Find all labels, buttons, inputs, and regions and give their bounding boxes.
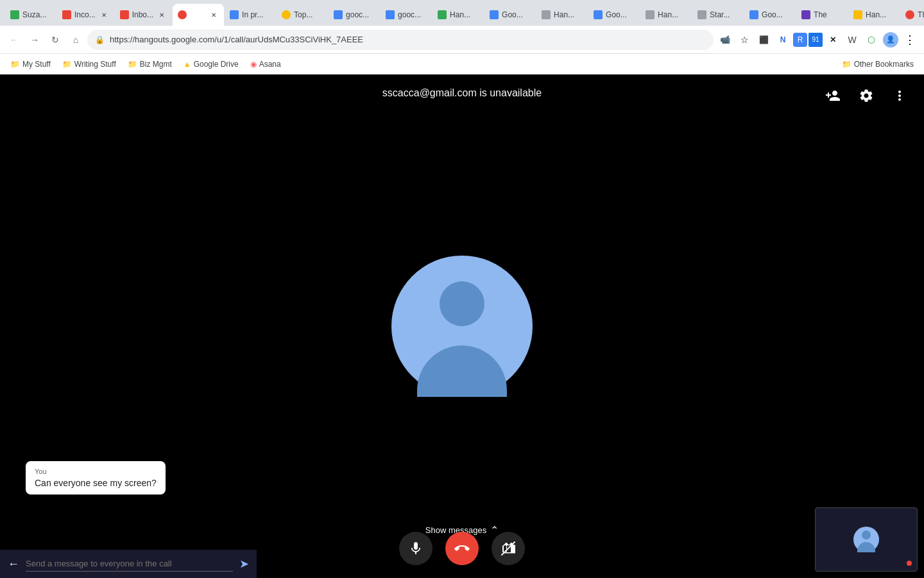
- extension-icon-x[interactable]: ✕: [824, 31, 842, 49]
- bookmark-my-stuff[interactable]: 📁 My Stuff: [5, 57, 56, 71]
- tab-suza-label: Suza...: [22, 10, 51, 19]
- drive-icon: ▲: [184, 60, 191, 69]
- tab-the1[interactable]: The: [796, 4, 848, 26]
- url-bar[interactable]: 🔒 https://hangouts.google.com/u/1/call/a…: [87, 30, 714, 50]
- tab-inpr-label: In pr...: [242, 10, 271, 19]
- other-bookmarks[interactable]: 📁 Other Bookmarks: [837, 57, 919, 71]
- chat-message-text: Can everyone see my screen?: [35, 478, 157, 488]
- end-call-button[interactable]: [445, 532, 479, 565]
- tab-star[interactable]: Star...: [692, 4, 744, 26]
- bookmarks-bar: 📁 My Stuff 📁 Writing Stuff 📁 Biz Mgmt ▲ …: [0, 54, 924, 74]
- tab-hang1-favicon: [438, 10, 447, 19]
- self-video-preview: [815, 507, 918, 572]
- bookmark-my-stuff-label: My Stuff: [22, 60, 51, 69]
- bookmarks-right: 📁 Other Bookmarks: [837, 57, 919, 71]
- profile-button[interactable]: 👤: [882, 31, 900, 49]
- tab-inbox2-favicon: [120, 10, 129, 19]
- tab-inpr[interactable]: In pr...: [225, 4, 276, 26]
- tab-inbox1[interactable]: Inco... ✕: [57, 4, 114, 26]
- tab-inbox2[interactable]: Inbo... ✕: [115, 4, 172, 26]
- tab-gooc1[interactable]: gooc...: [329, 4, 380, 26]
- lock-icon: 🔒: [95, 35, 105, 44]
- bookmark-writing-stuff[interactable]: 📁 Writing Stuff: [57, 57, 121, 71]
- message-back-button[interactable]: ←: [8, 557, 19, 571]
- extension-icon-r[interactable]: R: [793, 33, 807, 47]
- tab-hang2-label: Han...: [554, 10, 583, 19]
- extension-icon-w[interactable]: W: [843, 31, 861, 49]
- tab-hang3-label: Han...: [658, 10, 687, 19]
- call-controls: [399, 532, 525, 565]
- tab-woo[interactable]: Goo...: [744, 4, 796, 26]
- tab-hang1[interactable]: Han...: [432, 4, 484, 26]
- menu-button[interactable]: ⋮: [901, 31, 919, 49]
- chat-sender: You: [35, 468, 157, 475]
- home-button[interactable]: ⌂: [67, 31, 85, 49]
- tab-star-favicon: [697, 10, 706, 19]
- tab-the2[interactable]: The: [900, 4, 924, 26]
- folder-icon-biz: 📁: [128, 60, 137, 69]
- bookmark-asana[interactable]: ◉ Asana: [245, 57, 286, 71]
- bookmark-biz-label: Biz Mgmt: [140, 60, 172, 69]
- profile-avatar: 👤: [883, 32, 898, 48]
- tab-han4-label: Han...: [866, 10, 894, 19]
- forward-button[interactable]: →: [26, 31, 44, 49]
- tab-hang3-favicon: [646, 10, 654, 19]
- settings-button[interactable]: [855, 84, 878, 107]
- tab-inbox1-close[interactable]: ✕: [99, 10, 109, 20]
- tab-hang2[interactable]: Han...: [536, 4, 588, 26]
- extension-icon-1[interactable]: ⬛: [755, 31, 773, 49]
- tab-the2-favicon: [905, 10, 914, 19]
- bookmark-google-drive[interactable]: ▲ Google Drive: [178, 57, 244, 71]
- unavailable-status: sscacca@gmail.com is unavailable: [382, 87, 542, 99]
- avatar-body: [417, 346, 507, 397]
- tab-han4-favicon: [853, 10, 862, 19]
- tab-hang3[interactable]: Han...: [640, 4, 692, 26]
- reload-button[interactable]: ↻: [46, 31, 64, 49]
- back-button[interactable]: ←: [5, 31, 23, 49]
- more-options-button[interactable]: [888, 84, 911, 107]
- cast-icon[interactable]: 📹: [716, 31, 734, 49]
- tab-goo1[interactable]: Goo...: [484, 4, 536, 26]
- hangouts-header: sscacca@gmail.com is unavailable: [0, 74, 924, 112]
- tab-hangouts-active[interactable]: ✕: [173, 4, 224, 26]
- message-input[interactable]: [26, 556, 233, 572]
- tab-goo2[interactable]: Goo...: [588, 4, 640, 26]
- tab-goo2-favicon: [594, 10, 603, 19]
- tab-inbox1-favicon: [62, 10, 71, 19]
- tab-gooc1-label: gooc...: [346, 10, 375, 19]
- add-person-button[interactable]: [821, 84, 844, 107]
- mute-microphone-button[interactable]: [399, 532, 432, 565]
- extension-icon-91[interactable]: 91: [809, 33, 823, 47]
- extension-icon-n[interactable]: N: [774, 31, 792, 49]
- remote-user-avatar: [391, 256, 533, 397]
- mini-avatar-head: [862, 530, 871, 539]
- tab-active-close[interactable]: ✕: [209, 10, 219, 20]
- tab-gooc2-favicon: [386, 10, 395, 19]
- tab-gooc2-label: gooc...: [398, 10, 427, 19]
- tab-gooc2[interactable]: gooc...: [381, 4, 432, 26]
- chat-bubble: You Can everyone see my screen?: [26, 461, 166, 495]
- other-bookmarks-label: Other Bookmarks: [854, 60, 914, 69]
- tab-woo-label: Goo...: [762, 10, 791, 19]
- folder-icon-other: 📁: [842, 60, 851, 69]
- recording-indicator: [907, 561, 912, 566]
- folder-icon-my-stuff: 📁: [10, 60, 20, 69]
- bookmark-biz-mgmt[interactable]: 📁 Biz Mgmt: [123, 57, 177, 71]
- extension-icon-leaf[interactable]: ⬡: [862, 31, 880, 49]
- tab-gooc1-favicon: [334, 10, 343, 19]
- tab-han4[interactable]: Han...: [848, 4, 900, 26]
- bookmark-writing-label: Writing Stuff: [74, 60, 116, 69]
- tab-top[interactable]: Top...: [277, 4, 328, 26]
- tab-star-label: Star...: [710, 10, 739, 19]
- folder-icon-writing: 📁: [62, 60, 72, 69]
- tab-suza[interactable]: Suza...: [5, 4, 56, 26]
- tab-the1-favicon: [801, 10, 810, 19]
- toggle-video-button[interactable]: [492, 532, 525, 565]
- tab-top-label: Top...: [294, 10, 323, 19]
- tab-inbox2-close[interactable]: ✕: [157, 10, 167, 20]
- send-message-button[interactable]: ➤: [239, 557, 249, 571]
- bookmark-drive-label: Google Drive: [194, 60, 239, 69]
- bookmark-star-icon[interactable]: ☆: [735, 31, 753, 49]
- url-text: https://hangouts.google.com/u/1/call/aur…: [110, 35, 706, 44]
- tab-inbox2-label: Inbo...: [132, 10, 153, 19]
